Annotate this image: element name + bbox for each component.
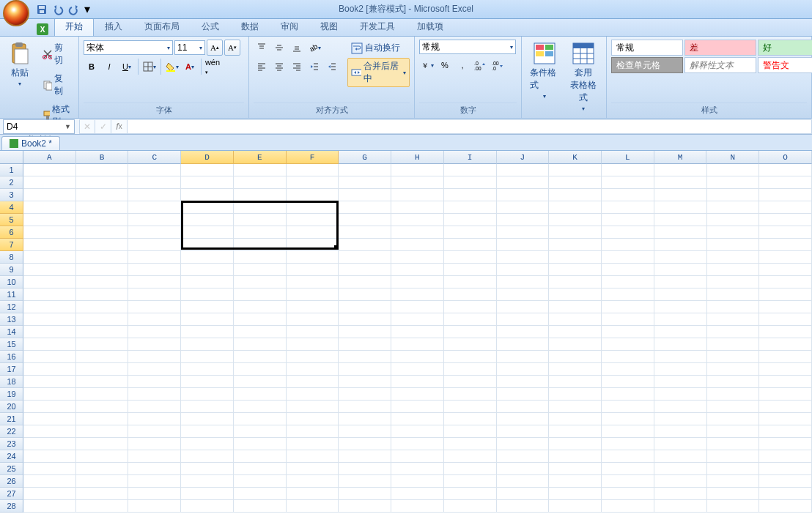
enter-formula-button[interactable]: ✓ xyxy=(95,119,111,134)
workbook-tab[interactable]: Book2 * xyxy=(1,136,60,150)
cell[interactable] xyxy=(391,313,444,326)
cell[interactable] xyxy=(759,351,812,363)
cell[interactable] xyxy=(707,338,760,351)
col-header[interactable]: N xyxy=(706,151,759,164)
cell[interactable] xyxy=(444,313,497,326)
row-header[interactable]: 5 xyxy=(0,214,23,226)
cell[interactable] xyxy=(444,189,497,201)
cell[interactable] xyxy=(128,239,181,251)
cell[interactable] xyxy=(497,500,550,513)
cell[interactable] xyxy=(76,438,129,450)
paste-button[interactable]: 粘贴 ▾ xyxy=(4,40,35,89)
cell[interactable] xyxy=(128,463,181,475)
cell[interactable] xyxy=(128,450,181,463)
cell[interactable] xyxy=(707,413,760,425)
cell[interactable] xyxy=(339,450,391,463)
cell[interactable] xyxy=(181,338,234,351)
cell[interactable] xyxy=(339,475,391,488)
cell[interactable] xyxy=(654,326,707,338)
cell[interactable] xyxy=(444,450,497,463)
cell[interactable] xyxy=(287,251,339,264)
cell[interactable] xyxy=(23,438,76,450)
cell[interactable] xyxy=(497,376,550,388)
cell[interactable] xyxy=(339,438,391,450)
row-header[interactable]: 6 xyxy=(0,226,23,239)
cell[interactable] xyxy=(391,475,444,488)
cell[interactable] xyxy=(602,251,654,264)
cancel-formula-button[interactable]: ✕ xyxy=(79,119,95,134)
cell[interactable] xyxy=(497,338,550,351)
cell[interactable] xyxy=(23,326,76,338)
cell[interactable] xyxy=(128,301,181,313)
cell[interactable] xyxy=(602,164,654,176)
cell[interactable] xyxy=(76,164,129,176)
cell[interactable] xyxy=(444,500,497,513)
bold-button[interactable]: B xyxy=(84,59,100,75)
cell[interactable] xyxy=(654,488,707,500)
align-right-button[interactable] xyxy=(289,59,305,75)
cell[interactable] xyxy=(128,388,181,401)
font-name-combo[interactable]: 宋体▾ xyxy=(84,40,173,55)
cell[interactable] xyxy=(444,463,497,475)
cell[interactable] xyxy=(444,226,497,239)
row-header[interactable]: 13 xyxy=(0,313,23,326)
cell[interactable] xyxy=(707,226,760,239)
cell[interactable] xyxy=(128,189,181,201)
cell[interactable] xyxy=(549,351,602,363)
cell[interactable] xyxy=(497,201,550,214)
col-header[interactable]: L xyxy=(602,151,654,164)
cell[interactable] xyxy=(497,450,550,463)
cell[interactable] xyxy=(234,326,287,338)
cell[interactable] xyxy=(339,176,391,189)
cell[interactable] xyxy=(444,164,497,176)
cell[interactable] xyxy=(549,201,602,214)
select-all-corner[interactable] xyxy=(0,151,23,164)
cell[interactable] xyxy=(128,401,181,413)
col-header[interactable]: H xyxy=(391,151,444,164)
cell[interactable] xyxy=(234,214,287,226)
cell[interactable] xyxy=(181,363,234,376)
cell[interactable] xyxy=(549,363,602,376)
cell[interactable] xyxy=(391,301,444,313)
style-cell-2[interactable]: 好 xyxy=(758,40,812,56)
cell[interactable] xyxy=(23,176,76,189)
cell[interactable] xyxy=(128,176,181,189)
cell[interactable] xyxy=(181,438,234,450)
cell[interactable] xyxy=(444,401,497,413)
col-header[interactable]: B xyxy=(76,151,129,164)
cell[interactable] xyxy=(497,363,550,376)
cell[interactable] xyxy=(444,239,497,251)
cell[interactable] xyxy=(444,326,497,338)
cell[interactable] xyxy=(707,201,760,214)
cell[interactable] xyxy=(602,401,654,413)
cell[interactable] xyxy=(549,264,602,276)
cell[interactable] xyxy=(602,425,654,438)
cell[interactable] xyxy=(497,463,550,475)
cell[interactable] xyxy=(497,301,550,313)
cell[interactable] xyxy=(234,251,287,264)
cell[interactable] xyxy=(76,463,129,475)
cell[interactable] xyxy=(654,264,707,276)
cell[interactable] xyxy=(602,475,654,488)
cell[interactable] xyxy=(128,413,181,425)
row-header[interactable]: 14 xyxy=(0,326,23,338)
cell[interactable] xyxy=(287,351,339,363)
cell[interactable] xyxy=(76,338,129,351)
cell[interactable] xyxy=(339,189,391,201)
cell[interactable] xyxy=(707,176,760,189)
col-header[interactable]: K xyxy=(549,151,602,164)
cell[interactable] xyxy=(181,276,234,288)
cell[interactable] xyxy=(234,450,287,463)
cell[interactable] xyxy=(234,176,287,189)
cell[interactable] xyxy=(654,164,707,176)
cell[interactable] xyxy=(23,313,76,326)
cell[interactable] xyxy=(602,189,654,201)
cell[interactable] xyxy=(128,201,181,214)
row-header[interactable]: 28 xyxy=(0,500,23,513)
cell[interactable] xyxy=(23,288,76,301)
cell[interactable] xyxy=(759,301,812,313)
decrease-font-button[interactable]: A▾ xyxy=(224,40,240,56)
cell[interactable] xyxy=(497,401,550,413)
cell[interactable] xyxy=(234,500,287,513)
cell[interactable] xyxy=(287,326,339,338)
